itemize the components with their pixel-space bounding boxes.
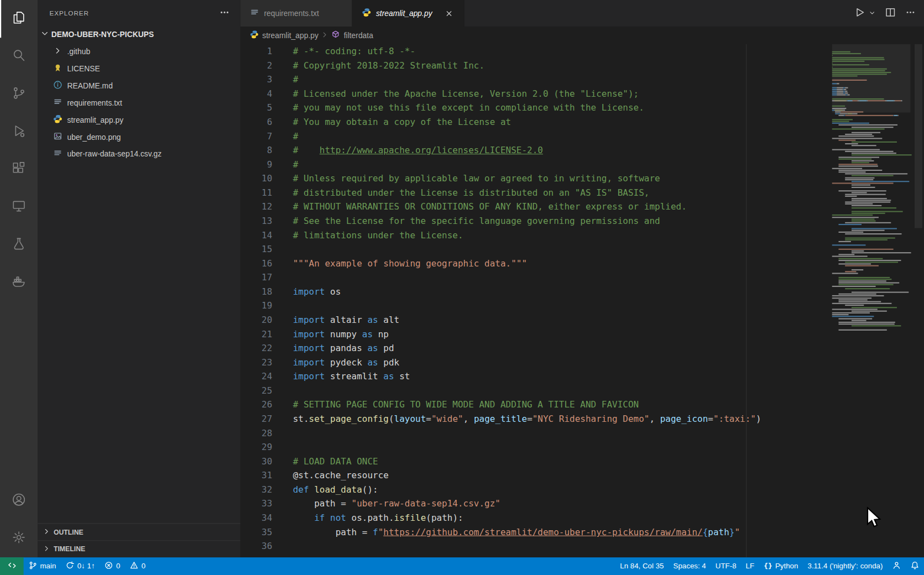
activity-item-testing[interactable] [0, 226, 38, 264]
statusbar-feedback[interactable] [888, 557, 906, 575]
scrollbar-thumb[interactable] [915, 44, 922, 228]
code-line-10[interactable]: 10# Unless required by applicable law or… [241, 171, 830, 186]
code-line-2[interactable]: 2# Copyright 2018-2022 Streamlit Inc. [241, 59, 830, 73]
activity-item-docker[interactable] [0, 264, 38, 301]
statusbar-text: 3.11.4 ('nightly': conda) [807, 562, 883, 571]
accounts-icon [11, 492, 27, 510]
code-line-28[interactable]: 28 [241, 426, 830, 440]
code-line-20[interactable]: 20import altair as alt [241, 313, 830, 327]
statusbar-errors[interactable]: 0 [100, 557, 125, 575]
vscode-window: EXPLORER DEMO-UBER-NYC-PICKUPS.githubLIC… [0, 0, 924, 575]
breadcrumb-item[interactable]: filterdata [331, 30, 373, 40]
code-line-35[interactable]: 35 path = f"https://github.com/streamlit… [241, 525, 830, 540]
code-line-26[interactable]: 26# SETTING PAGE CONFIG TO WIDE MODE AND… [241, 398, 830, 412]
minimap[interactable] [832, 45, 911, 329]
status-bar: main0↓ 1↑00 Ln 84, Col 35Spaces: 4UTF-8L… [0, 557, 924, 575]
line-number: 7 [241, 129, 278, 143]
python-icon [250, 30, 259, 40]
sidebar-section-timeline[interactable]: TIMELINE [38, 540, 241, 557]
tree-item-requirements-txt[interactable]: requirements.txt [38, 95, 241, 112]
activity-item-run-debug[interactable] [0, 113, 38, 151]
code-line-29[interactable]: 29 [241, 440, 830, 454]
statusbar-warnings[interactable]: 0 [125, 557, 150, 575]
statusbar-sync[interactable]: 0↓ 1↑ [61, 557, 100, 575]
tree-item--github[interactable]: .github [38, 43, 241, 60]
activity-item-remote-explorer[interactable] [0, 189, 38, 226]
code-line-30[interactable]: 30# LOAD DATA ONCE [241, 454, 830, 469]
sidebar-section-outline[interactable]: OUTLINE [38, 523, 241, 540]
code-line-18[interactable]: 18import os [241, 285, 830, 299]
code-line-25[interactable]: 25 [241, 384, 830, 398]
statusbar-remote-indicator[interactable] [0, 557, 24, 575]
breadcrumb-item[interactable]: streamlit_app.py [250, 30, 319, 40]
code-line-1[interactable]: 1# -*- coding: utf-8 -*- [241, 44, 830, 59]
file-label: streamlit_app.py [67, 116, 123, 124]
code-line-13[interactable]: 13# See the License for the specific lan… [241, 214, 830, 228]
activity-item-settings[interactable] [0, 520, 38, 557]
code-line-24[interactable]: 24import streamlit as st [241, 369, 830, 384]
code-line-17[interactable]: 17 [241, 270, 830, 285]
explorer-more-actions-icon[interactable] [219, 7, 229, 19]
activity-item-source-control[interactable] [0, 75, 38, 113]
code-line-22[interactable]: 22import pandas as pd [241, 341, 830, 356]
code-editor[interactable]: 1# -*- coding: utf-8 -*-2# Copyright 201… [241, 44, 924, 557]
code-line-27[interactable]: 27st.set_page_config(layout="wide", page… [241, 412, 830, 426]
statusbar-notifications[interactable] [906, 557, 924, 575]
file-label: uber-raw-data-sep14.csv.gz [67, 150, 161, 159]
activity-item-explorer[interactable] [0, 0, 38, 38]
workbench: EXPLORER DEMO-UBER-NYC-PICKUPS.githubLIC… [0, 0, 924, 557]
code-line-16[interactable]: 16"""An example of showing geographic da… [241, 257, 830, 271]
code-line-31[interactable]: 31@st.cache_resource [241, 468, 830, 483]
activity-item-extensions[interactable] [0, 151, 38, 189]
statusbar-eol[interactable]: LF [741, 557, 759, 575]
tree-item-readme-md[interactable]: README.md [38, 77, 241, 95]
run-dropdown[interactable] [874, 8, 875, 18]
code-line-4[interactable]: 4# Licensed under the Apache License, Ve… [241, 87, 830, 101]
code-line-11[interactable]: 11# distributed under the License is dis… [241, 186, 830, 200]
split-editor-button[interactable] [885, 7, 896, 19]
statusbar-indentation[interactable]: Spaces: 4 [669, 557, 711, 575]
activity-item-search[interactable] [0, 38, 38, 75]
bell-icon [910, 561, 919, 572]
code-line-8[interactable]: 8# http://www.apache.org/licenses/LICENS… [241, 143, 830, 158]
tab-requirements-txt[interactable]: requirements.txt [241, 0, 352, 27]
close-icon[interactable] [445, 9, 453, 18]
code-line-32[interactable]: 32def load_data(): [241, 483, 830, 497]
statusbar-branch[interactable]: main [24, 557, 61, 575]
code-line-9[interactable]: 9# [241, 158, 830, 172]
code-line-6[interactable]: 6# You may obtain a copy of the License … [241, 115, 830, 129]
activity-item-accounts[interactable] [0, 482, 38, 520]
statusbar-encoding[interactable]: UTF-8 [711, 557, 741, 575]
tree-item-uber-demo-png[interactable]: uber_demo.png [38, 128, 241, 145]
tree-item-uber-raw-data-sep14-csv-gz[interactable]: uber-raw-data-sep14.csv.gz [38, 145, 241, 163]
code-line-23[interactable]: 23import pydeck as pdk [241, 356, 830, 370]
more-actions-button[interactable] [905, 7, 916, 19]
run-button[interactable] [854, 7, 865, 19]
chevron-right-icon [43, 527, 51, 537]
code-line-36[interactable]: 36 [241, 539, 830, 553]
tree-item-streamlit-app-py[interactable]: streamlit_app.py [38, 111, 241, 128]
tab-streamlit-app-py[interactable]: streamlit_app.py [352, 0, 464, 27]
code-line-12[interactable]: 12# WITHOUT WARRANTIES OR CONDITIONS OF … [241, 200, 830, 214]
code-line-33[interactable]: 33 path = "uber-raw-data-sep14.csv.gz" [241, 496, 830, 511]
root-folder-label: DEMO-UBER-NYC-PICKUPS [51, 30, 154, 39]
code-line-21[interactable]: 21import numpy as np [241, 327, 830, 341]
line-number: 17 [241, 270, 278, 285]
statusbar-cursor-position[interactable]: Ln 84, Col 35 [615, 557, 669, 575]
code-line-14[interactable]: 14# limitations under the License. [241, 228, 830, 242]
code-line-34[interactable]: 34 if not os.path.isfile(path): [241, 511, 830, 525]
line-number: 16 [241, 257, 278, 271]
tree-root-folder[interactable]: DEMO-UBER-NYC-PICKUPS [38, 26, 241, 43]
code-line-5[interactable]: 5# you may not use this file except in c… [241, 101, 830, 115]
line-number: 3 [241, 72, 278, 87]
code-line-7[interactable]: 7# [241, 129, 830, 143]
statusbar-language-mode[interactable]: {}Python [759, 557, 803, 575]
explorer-header: EXPLORER [38, 0, 241, 26]
tree-item-license[interactable]: LICENSE [38, 60, 241, 77]
code-line-19[interactable]: 19 [241, 299, 830, 313]
chevron-right-icon [53, 46, 62, 57]
code-line-3[interactable]: 3# [241, 72, 830, 87]
statusbar-python-interpreter[interactable]: 3.11.4 ('nightly': conda) [803, 557, 888, 575]
code-line-15[interactable]: 15 [241, 242, 830, 257]
chevron-right-icon [43, 545, 51, 554]
